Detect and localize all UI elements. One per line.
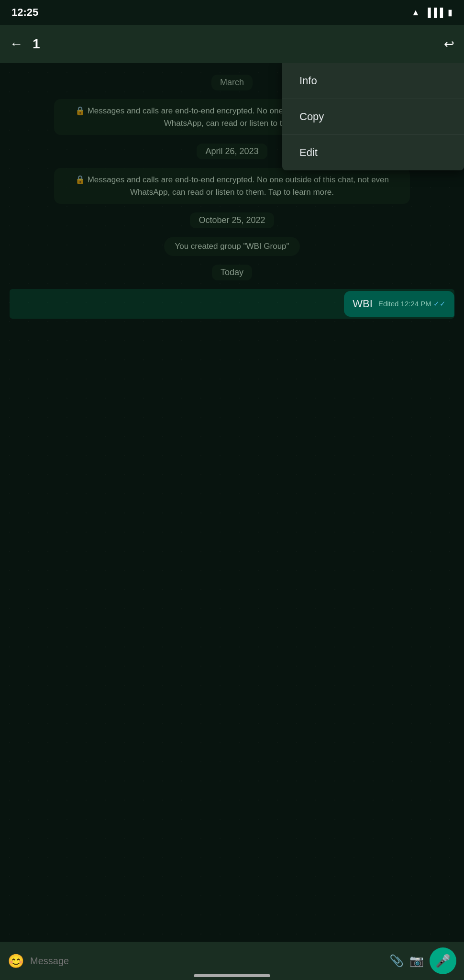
message-bubble-wbi[interactable]: WBI Edited 12:24 PM ✓✓ (344, 291, 454, 317)
encryption-notice-2: 🔒 Messages and calls are end-to-end encr… (54, 168, 410, 204)
date-badge-october: October 25, 2022 (190, 212, 274, 228)
march-date-badge: March (211, 75, 253, 90)
context-menu-item-info[interactable]: Info (282, 63, 464, 99)
back-button[interactable]: ← (10, 36, 23, 52)
message-text: WBI (353, 298, 373, 310)
status-icons: ▲ ▐▐▐ ▮ (411, 7, 453, 18)
mic-button[interactable]: 🎤 (430, 947, 456, 974)
wifi-icon: ▲ (411, 8, 420, 18)
selected-count: 1 (33, 36, 40, 52)
group-created-notice: You created group "WBI Group" (164, 237, 299, 256)
read-receipts: ✓✓ (433, 300, 446, 308)
mic-icon: 🎤 (435, 954, 451, 969)
battery-icon: ▮ (448, 7, 453, 18)
context-menu: Info Copy Edit (282, 63, 464, 170)
message-input[interactable] (30, 956, 384, 967)
context-menu-item-copy[interactable]: Copy (282, 99, 464, 135)
reply-button[interactable]: ↩ (444, 37, 454, 52)
home-indicator (194, 974, 270, 977)
date-badge-today: Today (212, 265, 252, 280)
attach-button[interactable]: 📎 (389, 954, 404, 968)
emoji-button[interactable]: 😊 (8, 953, 24, 969)
context-menu-item-edit[interactable]: Edit (282, 135, 464, 170)
header: ← 1 ↩ (0, 25, 464, 63)
signal-icon: ▐▐▐ (425, 8, 443, 18)
message-meta: Edited 12:24 PM ✓✓ (378, 300, 446, 308)
chat-background: Info Copy Edit WABETAINFO March 🔒 Messag… (0, 63, 464, 942)
date-badge-april: April 26, 2023 (197, 144, 267, 159)
message-time: 12:24 PM (401, 300, 431, 308)
edited-label: Edited (378, 300, 399, 308)
status-bar: 12:25 ▲ ▐▐▐ ▮ (0, 0, 464, 25)
camera-button[interactable]: 📷 (409, 954, 424, 968)
status-time: 12:25 (11, 6, 38, 19)
selected-message-row: WBI Edited 12:24 PM ✓✓ (10, 289, 454, 319)
